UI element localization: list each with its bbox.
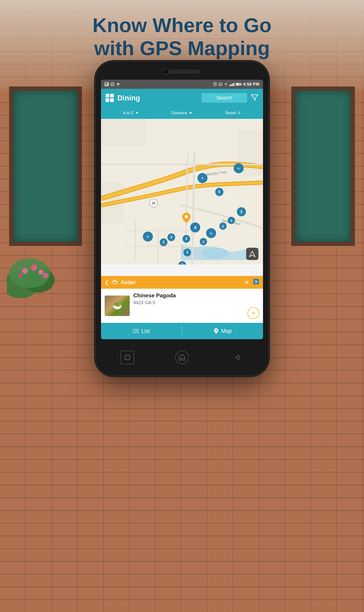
nav-list-tab[interactable]: List (101, 328, 182, 334)
phone-home-button[interactable] (175, 351, 189, 364)
bottom-panel: ❮ Asian ✕ Chinese Pagoda 9423 GA-5 (101, 276, 263, 339)
map-pin-5a[interactable]: 5 (215, 188, 223, 196)
svg-text:⊕: ⊕ (201, 177, 204, 180)
map-pin-2e[interactable]: 2 (237, 207, 246, 216)
svg-marker-39 (249, 251, 255, 257)
phone-back-button[interactable] (230, 351, 243, 364)
app-header: Dining Search (101, 89, 263, 107)
sort-az-chevron: ▼ (135, 111, 139, 115)
plant-decoration (7, 228, 71, 307)
svg-point-54 (133, 332, 134, 333)
phone-speaker (164, 70, 200, 74)
restaurant-card[interactable]: Chinese Pagoda 9423 GA-5 + (101, 289, 263, 323)
svg-marker-57 (235, 355, 239, 360)
restaurant-name: Chinese Pagoda (133, 292, 259, 299)
restaurant-info: Chinese Pagoda 9423 GA-5 + (133, 292, 259, 319)
headline-section: Know Where to Go with GPS Mapping (0, 14, 364, 60)
restaurant-address: 9423 GA-5 (133, 300, 259, 305)
wifi-icon (224, 82, 228, 86)
phone-recents-button[interactable] (121, 351, 134, 364)
status-time: 4:58 PM (243, 82, 259, 87)
location-arrow-button[interactable] (246, 248, 259, 260)
list-tab-label: List (142, 328, 150, 334)
asian-filter-bar: ❮ Asian ✕ (101, 276, 263, 289)
close-filter-button[interactable]: ✕ (244, 279, 249, 286)
map-pin-2c[interactable]: 2 (219, 222, 227, 230)
reset-icon: ↺ (237, 110, 241, 115)
restaurant-image (105, 296, 130, 316)
gallery-icon (105, 82, 109, 86)
svg-point-23 (201, 247, 229, 259)
wifi-status-icon (116, 82, 120, 86)
grid-menu-icon[interactable] (105, 94, 114, 102)
sort-az-button[interactable]: A to Z ▼ (105, 111, 156, 115)
svg-point-14 (215, 83, 216, 85)
svg-point-30 (185, 215, 188, 218)
map-pin-3a[interactable]: 3 (168, 233, 175, 241)
svg-line-41 (114, 279, 114, 281)
svg-rect-8 (105, 82, 108, 86)
sort-distance-chevron: ▼ (189, 111, 193, 115)
map-pin-2a[interactable]: 2 (160, 238, 168, 246)
sort-distance-button[interactable]: Distance ▼ (156, 111, 208, 115)
svg-line-43 (116, 279, 116, 281)
phone-device: i N 4:58 PM (96, 61, 268, 376)
status-left-icons: i (105, 82, 120, 86)
map-pin-2d[interactable]: 2 (228, 217, 235, 224)
window-left (9, 86, 82, 246)
phone-nav-bar (96, 339, 268, 376)
map-pin-3b[interactable]: 3 (182, 235, 190, 243)
battery-icon (236, 83, 242, 86)
window-right (291, 86, 355, 246)
svg-text:🍽: 🍽 (237, 167, 240, 170)
svg-rect-56 (125, 355, 130, 360)
map-cluster-dining-2[interactable]: 🍽 (234, 163, 244, 173)
svg-rect-20 (101, 119, 147, 146)
svg-text:i: i (112, 83, 113, 86)
status-bar: i N 4:58 PM (101, 80, 263, 89)
map-pin-2b[interactable]: 2 (200, 238, 207, 245)
sort-bar: A to Z ▼ Distance ▼ Reset ↺ (101, 107, 263, 119)
map-svg: Tom Murphy Fwy Douglas Blvd 20 5 (101, 119, 263, 265)
phone-screen: i N 4:58 PM (101, 80, 263, 339)
map-pin-3c[interactable]: 3 (183, 249, 191, 256)
svg-text:N: N (220, 83, 221, 86)
svg-point-3 (22, 268, 28, 274)
location-pin-icon (213, 82, 217, 86)
bottom-navigation: List Map (101, 323, 263, 339)
asian-filter-label: Asian (121, 279, 242, 286)
map-pin-4[interactable]: 4 (190, 222, 200, 232)
svg-point-13 (118, 85, 118, 86)
app-title: Dining (117, 94, 198, 102)
add-button[interactable]: + (247, 307, 259, 319)
map-cluster-dining-4[interactable]: ⊞ (206, 228, 216, 238)
svg-point-53 (133, 331, 134, 331)
nav-map-tab[interactable]: Map (182, 328, 263, 334)
phone-camera (163, 68, 169, 75)
svg-marker-18 (251, 95, 258, 100)
svg-marker-9 (105, 84, 108, 85)
search-bar[interactable]: Search (202, 93, 247, 103)
signal-icon (229, 82, 234, 86)
nfc-icon: N (218, 82, 222, 86)
info-icon: i (111, 82, 114, 86)
svg-text:⊞: ⊞ (210, 232, 212, 235)
reset-button[interactable]: Reset ↺ (208, 110, 259, 115)
asian-category-icon (111, 278, 118, 286)
headline-text: Know Where to Go with GPS Mapping (0, 14, 364, 60)
svg-point-2 (9, 258, 50, 288)
map-cluster-dining-1[interactable]: ⊕ (197, 173, 208, 183)
map-view[interactable]: Tom Murphy Fwy Douglas Blvd 20 5 (101, 119, 263, 265)
map-cluster-dining-3[interactable]: ⊞ (143, 231, 153, 242)
svg-point-52 (133, 329, 134, 330)
svg-point-55 (215, 330, 217, 331)
phone-body: i N 4:58 PM (96, 61, 268, 376)
svg-point-6 (18, 273, 23, 278)
svg-point-7 (43, 273, 48, 278)
filter-icon[interactable] (251, 94, 259, 102)
map-tab-label: Map (221, 328, 232, 334)
svg-text:⊞: ⊞ (147, 235, 149, 238)
next-icon (253, 278, 259, 286)
svg-point-17 (226, 85, 226, 86)
prev-category-button[interactable]: ❮ (105, 279, 109, 285)
